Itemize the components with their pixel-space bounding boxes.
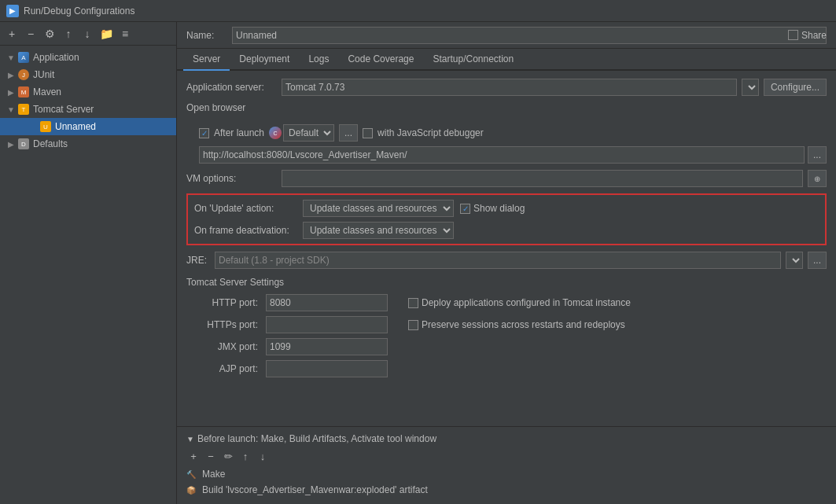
maven-icon: M xyxy=(17,86,30,98)
arrow-defaults: ▶ xyxy=(6,139,16,149)
name-input[interactable] xyxy=(232,27,827,44)
main-container: + − ⚙ ↑ ↓ 📁 ≡ ▼ A Application ▶ J xyxy=(0,22,836,504)
jre-dots-button[interactable]: ... xyxy=(808,252,827,269)
move-up-before-launch-button[interactable]: ↑ xyxy=(238,449,252,463)
tomcat-settings-title: Tomcat Server Settings xyxy=(186,277,827,288)
app-server-label: Application server: xyxy=(186,82,277,93)
unnamed-icon: U xyxy=(39,120,52,133)
js-debugger-label: with JavaScript debugger xyxy=(377,127,484,138)
configure-button[interactable]: Configure... xyxy=(764,79,827,96)
sidebar-item-maven[interactable]: ▶ M Maven xyxy=(0,83,176,101)
tab-coverage[interactable]: Code Coverage xyxy=(338,49,423,71)
ajp-port-input[interactable] xyxy=(266,360,388,377)
frame-deactivation-select[interactable]: Update classes and resources xyxy=(303,222,454,239)
jmx-port-row: JMX port: xyxy=(186,338,827,355)
js-debugger-checkbox[interactable] xyxy=(363,128,373,138)
jre-row: JRE: ▼ ... xyxy=(186,252,827,269)
sort-button[interactable]: ≡ xyxy=(116,25,134,42)
jre-input[interactable] xyxy=(215,252,781,269)
server-tab-content: Application server: ▼ Configure... Open … xyxy=(177,71,836,426)
tabs-bar: Server Deployment Logs Code Coverage Sta… xyxy=(177,49,836,71)
url-dots-button[interactable]: ... xyxy=(808,146,827,164)
app-server-row: Application server: ▼ Configure... xyxy=(186,79,827,96)
arrow-maven: ▶ xyxy=(6,87,16,97)
preserve-sessions-row: Preserve sessions across restarts and re… xyxy=(408,319,625,330)
make-label: Make xyxy=(202,469,225,480)
before-launch-section: ▼ Before launch: Make, Build Artifacts, … xyxy=(177,426,836,504)
tomcat-settings-section: Tomcat Server Settings HTTP port: Deploy… xyxy=(186,277,827,377)
name-row: Name: Share xyxy=(177,22,836,49)
preserve-sessions-label: Preserve sessions across restarts and re… xyxy=(422,319,625,330)
tab-logs[interactable]: Logs xyxy=(299,49,338,71)
add-config-button[interactable]: + xyxy=(3,25,20,42)
open-browser-label-row: Open browser xyxy=(186,102,827,118)
application-icon: A xyxy=(17,51,30,64)
arrow-application: ▼ xyxy=(6,53,16,62)
vm-options-row: VM options: ⊕ xyxy=(186,170,827,187)
edit-before-launch-button[interactable]: ✏ xyxy=(221,449,235,463)
sidebar-item-tomcat[interactable]: ▼ T Tomcat Server xyxy=(0,101,176,118)
junit-icon: J xyxy=(17,68,30,81)
sidebar-item-junit[interactable]: ▶ J JUnit xyxy=(0,66,176,83)
vm-options-input[interactable] xyxy=(282,170,803,187)
move-down-before-launch-button[interactable]: ↓ xyxy=(256,449,270,463)
show-dialog-checkbox[interactable] xyxy=(460,204,470,214)
jre-select[interactable]: ▼ xyxy=(786,252,803,269)
folder-button[interactable]: 📁 xyxy=(98,25,115,42)
artifact-icon: 📦 xyxy=(186,486,196,495)
defaults-icon: D xyxy=(17,138,30,150)
sidebar-label-junit: JUnit xyxy=(33,69,54,80)
tree-view: ▼ A Application ▶ J JUnit ▶ M Mave xyxy=(0,46,176,504)
on-frame-deactivation-label: On frame deactivation: xyxy=(194,225,296,236)
update-action-select[interactable]: Update classes and resources xyxy=(303,200,454,217)
move-up-button[interactable]: ↑ xyxy=(60,25,77,42)
jmx-port-input[interactable] xyxy=(266,338,388,355)
sidebar-item-application[interactable]: ▼ A Application xyxy=(0,49,176,66)
remove-before-launch-button[interactable]: − xyxy=(204,449,218,463)
preserve-sessions-checkbox[interactable] xyxy=(408,320,418,330)
move-down-button[interactable]: ↓ xyxy=(79,25,96,42)
tab-deployment[interactable]: Deployment xyxy=(230,49,299,71)
show-dialog-label: Show dialog xyxy=(473,203,525,214)
window-title: Run/Debug Configurations xyxy=(24,6,134,17)
sidebar-label-unnamed: Unnamed xyxy=(55,121,96,132)
before-launch-arrow: ▼ xyxy=(186,435,194,443)
deploy-apps-checkbox[interactable] xyxy=(408,298,418,308)
share-checkbox[interactable] xyxy=(788,30,798,40)
https-port-row: HTTPs port: Preserve sessions across res… xyxy=(186,316,827,333)
before-launch-toolbar: + − ✏ ↑ ↓ xyxy=(186,449,827,463)
browser-select[interactable]: Default xyxy=(283,124,334,142)
url-row: ... xyxy=(186,146,827,164)
browser-dots-button[interactable]: ... xyxy=(339,124,358,142)
http-port-input[interactable] xyxy=(266,294,388,311)
sidebar-label-application: Application xyxy=(33,52,79,63)
tab-server[interactable]: Server xyxy=(183,49,230,71)
build-artifact-label: Build 'lvscore_Advertiser_Mavenwar:explo… xyxy=(202,484,428,495)
app-server-select[interactable]: ▼ xyxy=(742,79,759,96)
remove-config-button[interactable]: − xyxy=(22,25,39,42)
add-before-launch-button[interactable]: + xyxy=(186,449,201,463)
tab-startup[interactable]: Startup/Connection xyxy=(423,49,523,71)
sidebar-item-defaults[interactable]: ▶ D Defaults xyxy=(0,135,176,153)
tomcat-icon: T xyxy=(17,103,30,116)
settings-button[interactable]: ⚙ xyxy=(41,25,58,42)
sidebar-label-maven: Maven xyxy=(33,86,61,97)
config-content: Name: Share Server Deployment Logs Code … xyxy=(177,22,836,504)
sidebar-item-unnamed[interactable]: ▶ U Unnamed xyxy=(0,118,176,135)
before-launch-title: Before launch: Make, Build Artifacts, Ac… xyxy=(197,433,436,444)
sidebar: + − ⚙ ↑ ↓ 📁 ≡ ▼ A Application ▶ J xyxy=(0,22,177,504)
sidebar-label-defaults: Defaults xyxy=(33,138,68,149)
vm-options-expand-button[interactable]: ⊕ xyxy=(808,170,827,187)
http-port-row: HTTP port: Deploy applications configure… xyxy=(186,294,827,311)
after-launch-checkbox[interactable] xyxy=(199,128,209,138)
on-frame-deactivation-row: On frame deactivation: Update classes an… xyxy=(194,222,819,239)
before-launch-make-item: 🔨 Make xyxy=(186,466,827,482)
url-input[interactable] xyxy=(199,146,805,164)
https-port-input[interactable] xyxy=(266,316,388,333)
arrow-junit: ▶ xyxy=(6,70,16,79)
jre-label: JRE: xyxy=(186,255,210,266)
app-server-input[interactable] xyxy=(282,79,737,96)
show-dialog-row: Show dialog xyxy=(460,203,525,214)
after-launch-row: After launch C Default ... with JavaScri… xyxy=(186,124,827,142)
share-row: Share xyxy=(788,30,827,41)
